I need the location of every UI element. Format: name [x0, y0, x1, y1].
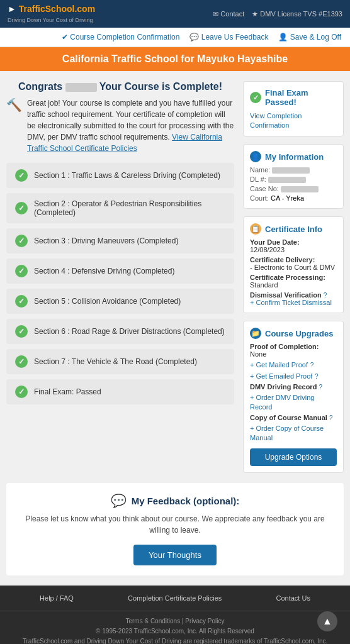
- dmv-license-link[interactable]: ★ DMV License TVS #E1393: [252, 10, 342, 18]
- logo: ► TrafficSchool.com Driving Down Your Co…: [8, 4, 95, 24]
- due-date-field: Your Due Date: 12/08/2023: [250, 238, 337, 253]
- course-upgrades-card: 📁 Course Upgrades Proof of Completion: N…: [243, 321, 344, 473]
- final-exam-title: ✓ Final Exam Passed!: [250, 88, 337, 107]
- certificate-icon: 📋: [250, 223, 261, 235]
- section-item: Section 6 : Road Rage & Driver Distracti…: [6, 319, 234, 344]
- court-field: Court: CA - Yreka: [250, 194, 337, 202]
- contact-link[interactable]: ✉ Contact: [213, 10, 244, 18]
- help-faq-link[interactable]: Help / FAQ: [40, 594, 74, 602]
- my-information-card: 👤 My Information Name: DL #: Case No: Co…: [243, 144, 344, 209]
- left-column: Congrats Your Course is Complete! 🔨 Grea…: [6, 81, 243, 404]
- certificate-info-card: 📋 Certificate Info Your Due Date: 12/08/…: [243, 216, 344, 313]
- dl-value-blur: [268, 177, 306, 183]
- dismissal-field: Dismissal Verification ? + Confirm Ticke…: [250, 291, 337, 306]
- upgrade-options-button[interactable]: Upgrade Options: [250, 448, 337, 466]
- course-upgrades-title: 📁 Course Upgrades: [250, 328, 337, 339]
- section-item: Section 7 : The Vehicle & The Road (Comp…: [6, 349, 234, 374]
- section-item: Section 4 : Defensive Driving (Completed…: [6, 258, 234, 284]
- name-field: Name:: [250, 166, 337, 174]
- award-icon: 🔨: [6, 97, 22, 154]
- contact-us-link[interactable]: Contact Us: [276, 594, 310, 602]
- scroll-to-top-button[interactable]: ▲: [317, 611, 337, 631]
- manual-info-icon: ?: [329, 414, 333, 421]
- checkmark-icon: ✓: [250, 92, 261, 103]
- mailed-info-icon: ?: [310, 362, 314, 369]
- right-column: ✓ Final Exam Passed! View Completion Con…: [243, 81, 344, 473]
- case-field: Case No:: [250, 185, 337, 192]
- name-value-blur: [272, 167, 310, 174]
- section-item: Section 1 : Traffic Laws & Careless Driv…: [6, 163, 234, 188]
- feedback-section: 💬 My Feedback (optional): Please let us …: [6, 483, 344, 575]
- completion-cert-policies-link[interactable]: Completion Certificate Policies: [128, 594, 222, 602]
- feedback-title: 💬 My Feedback (optional):: [16, 493, 334, 508]
- final-exam-card: ✓ Final Exam Passed! View Completion Con…: [243, 81, 344, 136]
- user-name-blur: [65, 83, 97, 92]
- privacy-link[interactable]: Privacy Policy: [185, 618, 224, 625]
- feedback-body: Please let us know what you think about …: [16, 513, 334, 536]
- check-icon: [15, 355, 28, 368]
- feedback-link[interactable]: 💬 Leave Us Feedback: [189, 33, 268, 42]
- processing-field: Certificate Processing: Standard: [250, 274, 337, 289]
- confirm-ticket-link[interactable]: + Confirm Ticket Dismissal: [250, 299, 332, 306]
- dl-field: DL #:: [250, 175, 337, 183]
- page-title: California Traffic School for Mayuko Hay…: [0, 47, 350, 71]
- certificate-info-title: 📋 Certificate Info: [250, 223, 337, 235]
- course-completion-link[interactable]: ✔ Course Completion Confirmation: [62, 33, 179, 42]
- congrats-body: 🔨 Great job! Your course is complete and…: [6, 97, 234, 154]
- section-item: Section 2 : Operator & Pedestrian Respon…: [6, 193, 234, 223]
- sections-list: Section 1 : Traffic Laws & Careless Driv…: [6, 163, 234, 404]
- congrats-title: Congrats Your Course is Complete!: [6, 81, 234, 92]
- main-content: Congrats Your Course is Complete! 🔨 Grea…: [0, 71, 350, 483]
- check-icon: [15, 386, 28, 398]
- check-icon: [15, 202, 28, 214]
- your-thoughts-button[interactable]: Your Thoughts: [133, 545, 217, 565]
- delivery-field: Certificate Delivery: - Electronic to Co…: [250, 256, 337, 271]
- section-item: Section 3 : Driving Maneuvers (Completed…: [6, 228, 234, 253]
- top-header: ► TrafficSchool.com Driving Down Your Co…: [0, 0, 350, 28]
- check-icon: [15, 265, 28, 277]
- dismissal-info-icon: ?: [324, 292, 327, 299]
- footer-bottom: Terms & Conditions | Privacy Policy © 19…: [0, 611, 350, 644]
- congrats-section: Congrats Your Course is Complete! 🔨 Grea…: [6, 81, 234, 154]
- emailed-info-icon: ?: [315, 373, 319, 380]
- nav-bar: ✔ Course Completion Confirmation 💬 Leave…: [0, 28, 350, 47]
- order-manual-link[interactable]: + Order Copy of Course Manual: [250, 425, 324, 441]
- my-information-title: 👤 My Information: [250, 151, 337, 162]
- case-value-blur: [281, 186, 319, 192]
- dmv-record-field: DMV Driving Record ?: [250, 383, 337, 391]
- upgrades-icon: 📁: [250, 328, 261, 339]
- check-icon: [15, 325, 28, 338]
- person-icon: 👤: [250, 151, 261, 162]
- check-icon: [15, 169, 28, 182]
- terms-link[interactable]: Terms & Conditions: [125, 618, 180, 625]
- feedback-icon: 💬: [111, 493, 127, 508]
- proof-completion-field: Proof of Completion: None: [250, 343, 337, 358]
- view-completion-link[interactable]: View Completion Confirmation: [250, 112, 302, 129]
- section-item: Section 5 : Collision Avoidance (Complet…: [6, 289, 234, 314]
- dmv-info-icon: ?: [319, 384, 322, 391]
- get-mailed-proof-link[interactable]: + Get Mailed Proof: [250, 361, 308, 369]
- check-icon: [15, 295, 28, 308]
- logo-tagline: Driving Down Your Cost of Driving: [8, 17, 93, 23]
- order-dmv-link[interactable]: + Order DMV Driving Record: [250, 394, 314, 411]
- section-item: Final Exam: Passed: [6, 379, 234, 404]
- course-manual-field: Copy of Course Manual ?: [250, 414, 337, 421]
- get-emailed-proof-link[interactable]: + Get Emailed Proof: [250, 372, 312, 380]
- footer-links: Help / FAQ Completion Certificate Polici…: [0, 586, 350, 611]
- top-right-links: ✉ Contact ★ DMV License TVS #E1393: [213, 10, 342, 18]
- check-icon: [15, 235, 28, 247]
- save-logoff-link[interactable]: 👤 Save & Log Off: [278, 33, 341, 42]
